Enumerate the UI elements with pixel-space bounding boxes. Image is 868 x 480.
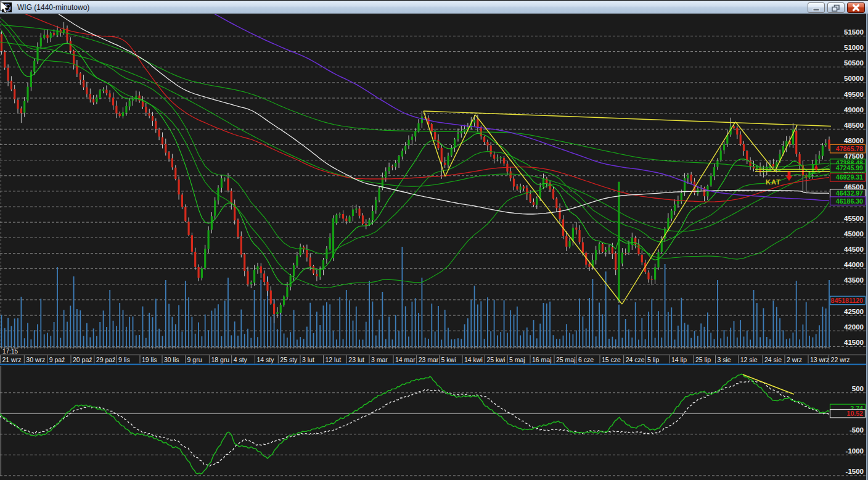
svg-text:12 sie: 12 sie <box>740 356 758 363</box>
svg-text:45000: 45000 <box>844 230 864 238</box>
svg-text:50500: 50500 <box>844 59 864 67</box>
svg-text:15 cze: 15 cze <box>602 356 621 363</box>
svg-text:3 lut: 3 lut <box>302 356 314 363</box>
svg-text:KAT: KAT <box>766 178 781 186</box>
svg-text:44500: 44500 <box>844 246 864 253</box>
svg-text:51500: 51500 <box>844 28 864 36</box>
svg-text:12 lut: 12 lut <box>326 356 342 363</box>
svg-text:24 cze: 24 cze <box>626 356 645 363</box>
svg-text:13 wrz: 13 wrz <box>810 356 829 363</box>
svg-text:9 gru: 9 gru <box>187 356 202 363</box>
svg-text:24 sie: 24 sie <box>764 356 782 363</box>
svg-text:43500: 43500 <box>844 276 864 284</box>
svg-text:49000: 49000 <box>844 106 864 114</box>
svg-text:3 sie: 3 sie <box>718 356 731 363</box>
svg-text:2 wrz: 2 wrz <box>787 356 802 363</box>
svg-text:10.52: 10.52 <box>846 410 863 417</box>
svg-text:9 paź: 9 paź <box>49 356 65 363</box>
svg-text:9 lis: 9 lis <box>118 356 130 363</box>
svg-text:-1000: -1000 <box>846 447 864 455</box>
svg-text:48500: 48500 <box>844 122 864 129</box>
svg-text:30 lis: 30 lis <box>164 356 179 363</box>
svg-text:5 lip: 5 lip <box>647 356 659 363</box>
svg-text:41500: 41500 <box>844 339 864 346</box>
svg-text:19 lis: 19 lis <box>142 356 157 363</box>
svg-text:25 kwi: 25 kwi <box>487 356 506 363</box>
svg-text:25 maj: 25 maj <box>556 356 576 363</box>
svg-text:18 gru: 18 gru <box>211 356 229 363</box>
svg-text:25 lip: 25 lip <box>695 356 711 363</box>
svg-text:46186.30: 46186.30 <box>836 197 863 205</box>
svg-text:-1500: -1500 <box>846 468 864 475</box>
svg-text:20 paź: 20 paź <box>73 356 92 363</box>
svg-text:47865.78: 47865.78 <box>836 145 863 152</box>
svg-text:16 maj: 16 maj <box>532 356 552 363</box>
svg-text:44000: 44000 <box>844 261 864 268</box>
svg-text:14 mar: 14 mar <box>395 356 416 363</box>
svg-text:14 sty: 14 sty <box>257 356 275 363</box>
svg-text:46432.97: 46432.97 <box>836 189 863 197</box>
svg-text:500: 500 <box>852 385 864 392</box>
svg-text:49500: 49500 <box>844 91 864 98</box>
svg-text:29 paź: 29 paź <box>96 356 116 363</box>
svg-text:-500: -500 <box>850 426 864 434</box>
svg-text:3 mar: 3 mar <box>371 356 388 363</box>
svg-text:50000: 50000 <box>844 75 864 82</box>
svg-text:48000: 48000 <box>844 137 864 144</box>
svg-text:6 cze: 6 cze <box>578 356 594 363</box>
svg-text:51000: 51000 <box>844 44 864 51</box>
svg-text:845181120: 845181120 <box>831 297 864 304</box>
svg-text:5 kwi: 5 kwi <box>441 356 456 363</box>
svg-text:23 lut: 23 lut <box>348 356 364 363</box>
svg-text:46929.31: 46929.31 <box>836 173 863 181</box>
svg-text:5 maj: 5 maj <box>509 356 525 363</box>
svg-text:14 kwi: 14 kwi <box>464 356 483 363</box>
svg-text:17:15: 17:15 <box>2 348 18 355</box>
svg-text:45500: 45500 <box>844 215 864 222</box>
svg-text:25 sty: 25 sty <box>280 356 298 363</box>
svg-text:42000: 42000 <box>844 323 864 331</box>
svg-text:22 wrz: 22 wrz <box>831 356 850 363</box>
svg-text:42500: 42500 <box>844 308 864 315</box>
svg-text:23 mar: 23 mar <box>419 356 439 363</box>
svg-text:21 wrz: 21 wrz <box>2 356 22 363</box>
svg-text:30 wrz: 30 wrz <box>26 356 45 363</box>
svg-text:4 sty: 4 sty <box>234 356 248 363</box>
svg-text:47245.99: 47245.99 <box>836 164 863 172</box>
svg-text:14 lip: 14 lip <box>671 356 687 363</box>
